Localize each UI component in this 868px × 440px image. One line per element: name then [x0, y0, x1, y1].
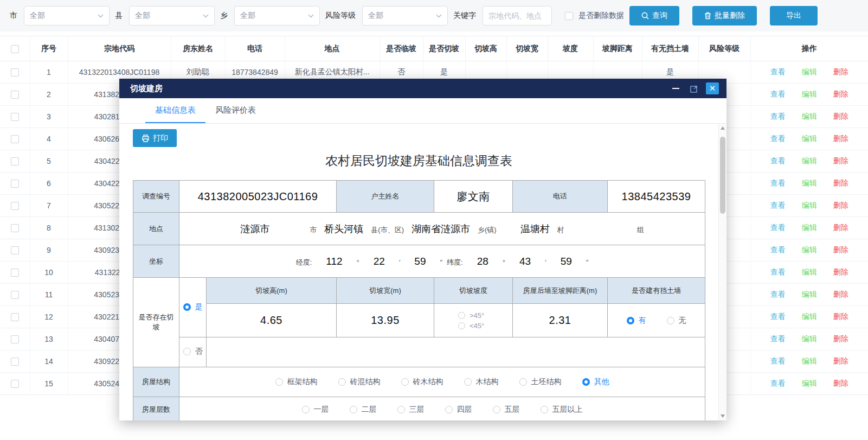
wall-option[interactable]: 无	[667, 316, 686, 326]
close-button[interactable]: ✕	[706, 82, 719, 94]
edit-link[interactable]: 编辑	[802, 245, 817, 255]
wall-option[interactable]: 有	[627, 316, 646, 326]
row-checkbox[interactable]	[11, 157, 19, 165]
scroll-down-icon[interactable]	[721, 415, 725, 418]
delete-link[interactable]: 删除	[833, 134, 848, 144]
grade-option[interactable]: <45°	[458, 322, 484, 330]
floors-option[interactable]: 三层	[397, 405, 425, 415]
view-link[interactable]: 查看	[770, 67, 786, 77]
delete-link[interactable]: 删除	[833, 356, 848, 366]
edit-link[interactable]: 编辑	[802, 156, 817, 166]
delete-link[interactable]: 删除	[833, 223, 848, 233]
edit-link[interactable]: 编辑	[802, 312, 817, 322]
radio-icon[interactable]	[275, 378, 283, 386]
view-link[interactable]: 查看	[770, 134, 786, 144]
radio-icon[interactable]	[401, 378, 409, 386]
show-deleted-checkbox[interactable]	[565, 12, 573, 20]
radio-icon[interactable]	[541, 406, 548, 413]
dialog-titlebar[interactable]: 切坡建房 ✕	[119, 79, 726, 98]
row-checkbox[interactable]	[11, 113, 19, 121]
radio-icon[interactable]	[183, 348, 191, 355]
risk-level-select[interactable]: 全部	[362, 6, 448, 25]
edit-link[interactable]: 编辑	[802, 379, 817, 388]
radio-icon[interactable]	[350, 406, 357, 413]
row-checkbox[interactable]	[11, 358, 19, 366]
edit-link[interactable]: 编辑	[802, 134, 817, 144]
view-link[interactable]: 查看	[770, 267, 786, 277]
modal-scrollbar[interactable]	[718, 124, 726, 420]
row-checkbox[interactable]	[11, 224, 19, 232]
radio-icon[interactable]	[183, 303, 191, 311]
radio-icon[interactable]	[582, 378, 590, 386]
delete-link[interactable]: 删除	[833, 112, 848, 122]
row-checkbox[interactable]	[11, 291, 19, 299]
edit-link[interactable]: 编辑	[802, 112, 817, 122]
radio-icon[interactable]	[302, 406, 310, 413]
minimize-button[interactable]	[669, 82, 682, 94]
tab-risk-evaluation[interactable]: 风险评价表	[205, 98, 266, 123]
view-link[interactable]: 查看	[770, 90, 786, 99]
delete-link[interactable]: 删除	[833, 178, 848, 188]
radio-icon[interactable]	[493, 406, 500, 413]
edit-link[interactable]: 编辑	[802, 356, 817, 366]
floors-option[interactable]: 五层以上	[541, 405, 583, 415]
radio-icon[interactable]	[519, 378, 527, 386]
tab-basic-info[interactable]: 基础信息表	[145, 98, 205, 123]
grade-option[interactable]: >45°	[458, 311, 484, 320]
view-link[interactable]: 查看	[770, 312, 786, 322]
batch-delete-button[interactable]: 批量删除	[692, 6, 757, 25]
radio-icon[interactable]	[445, 406, 453, 413]
radio-icon[interactable]	[667, 317, 674, 324]
row-checkbox[interactable]	[11, 91, 19, 99]
view-link[interactable]: 查看	[770, 334, 786, 344]
edit-link[interactable]: 编辑	[802, 201, 817, 211]
radio-icon[interactable]	[458, 312, 465, 319]
row-checkbox[interactable]	[11, 335, 19, 343]
select-all-checkbox[interactable]	[11, 45, 19, 53]
radio-icon[interactable]	[397, 406, 405, 413]
structure-option[interactable]: 土坯结构	[519, 377, 562, 387]
view-link[interactable]: 查看	[770, 112, 786, 122]
view-link[interactable]: 查看	[770, 223, 786, 233]
radio-icon[interactable]	[464, 378, 472, 386]
delete-link[interactable]: 删除	[833, 379, 848, 388]
township-select[interactable]: 全部	[234, 6, 320, 25]
edit-link[interactable]: 编辑	[802, 290, 817, 299]
view-link[interactable]: 查看	[770, 379, 786, 388]
row-checkbox[interactable]	[11, 68, 19, 76]
delete-link[interactable]: 删除	[833, 312, 848, 322]
radio-icon[interactable]	[338, 378, 346, 386]
delete-link[interactable]: 删除	[833, 90, 848, 99]
row-checkbox[interactable]	[11, 202, 19, 210]
view-link[interactable]: 查看	[770, 201, 786, 211]
view-link[interactable]: 查看	[770, 356, 786, 366]
structure-option[interactable]: 木结构	[464, 377, 499, 387]
maximize-button[interactable]	[687, 82, 700, 94]
radio-icon[interactable]	[627, 317, 634, 324]
edit-link[interactable]: 编辑	[802, 223, 817, 233]
scroll-up-icon[interactable]	[721, 126, 725, 130]
delete-link[interactable]: 删除	[833, 245, 848, 255]
edit-link[interactable]: 编辑	[802, 267, 817, 277]
delete-link[interactable]: 删除	[833, 267, 848, 277]
edit-link[interactable]: 编辑	[802, 178, 817, 188]
delete-link[interactable]: 删除	[833, 334, 848, 344]
floors-option[interactable]: 一层	[302, 405, 329, 415]
row-checkbox[interactable]	[11, 380, 19, 388]
view-link[interactable]: 查看	[770, 178, 786, 188]
view-link[interactable]: 查看	[770, 290, 786, 299]
row-checkbox[interactable]	[11, 135, 19, 143]
structure-option[interactable]: 其他	[582, 377, 609, 387]
edit-link[interactable]: 编辑	[802, 90, 817, 99]
edit-link[interactable]: 编辑	[802, 67, 817, 77]
row-checkbox[interactable]	[11, 269, 19, 277]
delete-link[interactable]: 删除	[833, 201, 848, 211]
county-select[interactable]: 全部	[129, 6, 215, 25]
keyword-input[interactable]	[483, 6, 552, 25]
slope-exists-yes-radio[interactable]: 是	[183, 302, 203, 312]
slope-exists-no-radio[interactable]: 否	[183, 347, 203, 356]
row-checkbox[interactable]	[11, 313, 19, 321]
floors-option[interactable]: 二层	[350, 405, 377, 415]
export-button[interactable]: 导出	[770, 6, 818, 25]
delete-link[interactable]: 删除	[833, 156, 848, 166]
